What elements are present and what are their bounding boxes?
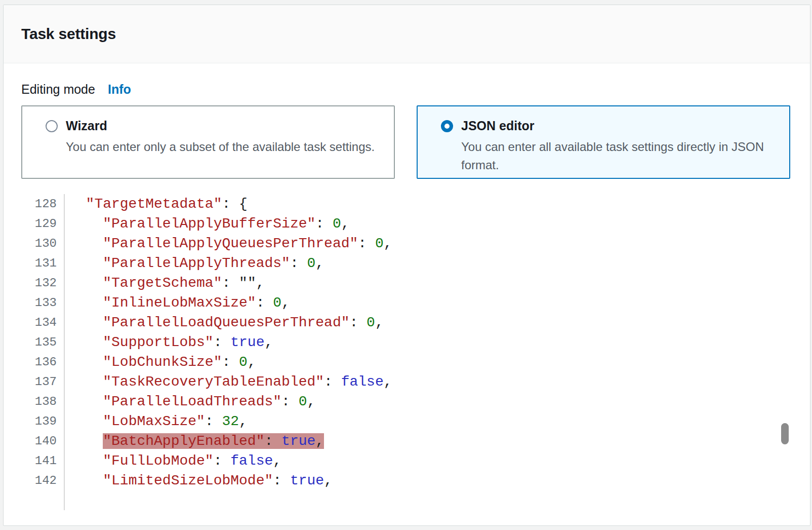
- token-pun: :: [358, 236, 375, 251]
- code-line[interactable]: 132 "TargetSchema": "",: [21, 273, 792, 293]
- code-text: "FullLobMode": false,: [65, 451, 281, 471]
- code-line[interactable]: 137 "TaskRecoveryTableEnabled": false,: [21, 372, 792, 392]
- editing-mode-tiles: Wizard You can enter only a subset of th…: [21, 105, 792, 179]
- token-pun: :: [214, 453, 231, 469]
- token-key: "ParallelLoadQueuesPerThread": [103, 315, 349, 330]
- token-pun: ,: [273, 453, 281, 469]
- line-number: [21, 490, 65, 510]
- code-line[interactable]: [21, 490, 792, 510]
- tile-json-editor[interactable]: JSON editor You can enter all available …: [417, 105, 790, 179]
- token-key: "FullLobMode": [103, 453, 213, 469]
- code-text: [65, 490, 69, 510]
- token-bool: true: [230, 334, 264, 350]
- code-text: "TargetSchema": "",: [65, 273, 265, 293]
- code-line[interactable]: 136 "LobChunkSize": 0,: [21, 352, 792, 372]
- code-line[interactable]: 130 "ParallelApplyQueuesPerThread": 0,: [21, 234, 792, 253]
- line-number: 135: [21, 332, 65, 352]
- token-num: 0: [367, 315, 375, 330]
- code-line[interactable]: 135 "SupportLobs": true,: [21, 332, 792, 352]
- token-pun: :: [205, 413, 222, 429]
- token-pun: ,: [239, 413, 248, 429]
- code-line[interactable]: 131 "ParallelApplyThreads": 0,: [21, 253, 792, 273]
- token-key: "LobChunkSize": [103, 354, 222, 370]
- line-number: 134: [21, 313, 65, 332]
- json-code-editor[interactable]: 128 "TargetMetadata": {129 "ParallelAppl…: [21, 194, 792, 510]
- token-pun: ,: [384, 374, 392, 390]
- tile-json-editor-top: JSON editor: [441, 119, 784, 133]
- token-pun: ,: [248, 354, 256, 370]
- code-text: "TaskRecoveryTableEnabled": false,: [65, 372, 392, 392]
- code-line[interactable]: 139 "LobMaxSize": 32,: [21, 411, 792, 431]
- token-pun: :: [290, 255, 307, 271]
- token-key: "InlineLobMaxSize": [103, 295, 256, 311]
- line-number: 138: [21, 392, 65, 411]
- code-text: "ParallelLoadThreads": 0,: [65, 392, 315, 411]
- token-key: "TargetSchema": [103, 275, 222, 291]
- panel-header: Task settings: [4, 5, 810, 63]
- radio-selected-icon[interactable]: [441, 120, 453, 132]
- panel-body: Editing mode Info Wizard You can enter o…: [4, 82, 810, 510]
- code-line[interactable]: 134 "ParallelLoadQueuesPerThread": 0,: [21, 313, 792, 332]
- line-number: 141: [21, 451, 65, 471]
- token-bool: true: [281, 433, 315, 449]
- code-text: "BatchApplyEnabled": true,: [65, 431, 324, 451]
- token-pun: :: [324, 374, 341, 390]
- code-line[interactable]: 128 "TargetMetadata": {: [21, 194, 792, 214]
- page: Task settings Editing mode Info Wizard Y…: [0, 0, 812, 530]
- token-num: 0: [333, 216, 341, 232]
- token-key: "LimitedSizeLobMode": [103, 473, 273, 488]
- token-pun: :: [273, 473, 290, 488]
- token-num: 0: [307, 255, 316, 271]
- line-number: 140: [21, 431, 65, 451]
- token-key: "TargetMetadata": [86, 196, 222, 212]
- line-number: 129: [21, 214, 65, 234]
- line-number: 142: [21, 471, 65, 490]
- token-num: 0: [273, 295, 281, 311]
- code-text: "InlineLobMaxSize": 0,: [65, 293, 290, 313]
- token-key: "SupportLobs": [103, 334, 213, 350]
- token-pun: :: [350, 315, 367, 330]
- token-num: 0: [239, 354, 248, 370]
- token-key: "ParallelApplyThreads": [103, 255, 290, 271]
- line-number: 137: [21, 372, 65, 392]
- tile-wizard-label: Wizard: [66, 119, 107, 133]
- token-pun: :: [315, 216, 333, 232]
- token-pun: :: [264, 433, 281, 449]
- token-pun: :: [214, 334, 231, 350]
- editing-mode-row: Editing mode Info: [21, 82, 792, 97]
- info-link[interactable]: Info: [108, 82, 131, 97]
- code-line[interactable]: 140 "BatchApplyEnabled": true,: [21, 431, 792, 451]
- token-bool: false: [341, 374, 384, 390]
- tile-wizard[interactable]: Wizard You can enter only a subset of th…: [21, 105, 395, 179]
- line-number: 130: [21, 234, 65, 253]
- code-line[interactable]: 138 "ParallelLoadThreads": 0,: [21, 392, 792, 411]
- token-pun: :: [222, 275, 239, 291]
- code-text: "ParallelApplyQueuesPerThread": 0,: [65, 234, 392, 253]
- code-text: "TargetMetadata": {: [65, 194, 248, 214]
- code-line[interactable]: 129 "ParallelApplyBufferSize": 0,: [21, 214, 792, 234]
- code-line[interactable]: 142 "LimitedSizeLobMode": true,: [21, 471, 792, 490]
- code-lines: 128 "TargetMetadata": {129 "ParallelAppl…: [21, 194, 792, 510]
- line-number: 139: [21, 411, 65, 431]
- search-highlight: "BatchApplyEnabled": true,: [103, 433, 324, 449]
- token-val: "": [239, 275, 256, 291]
- code-text: "LobMaxSize": 32,: [65, 411, 248, 431]
- line-number: 128: [21, 194, 65, 214]
- tile-json-editor-label: JSON editor: [461, 119, 534, 133]
- scrollbar-thumb[interactable]: [781, 423, 789, 444]
- token-bool: true: [290, 473, 324, 488]
- radio-unselected-icon[interactable]: [46, 120, 58, 132]
- token-pun: :: [222, 354, 239, 370]
- tile-wizard-top: Wizard: [46, 119, 389, 133]
- token-pun: : {: [222, 196, 247, 212]
- tile-json-editor-description: You can enter all available task setting…: [461, 138, 784, 174]
- line-number: 132: [21, 273, 65, 293]
- code-text: "ParallelLoadQueuesPerThread": 0,: [65, 313, 384, 332]
- token-bool: false: [230, 453, 273, 469]
- token-num: 0: [299, 394, 307, 409]
- code-line[interactable]: 133 "InlineLobMaxSize": 0,: [21, 293, 792, 313]
- code-text: "ParallelApplyBufferSize": 0,: [65, 214, 350, 234]
- code-line[interactable]: 141 "FullLobMode": false,: [21, 451, 792, 471]
- token-pun: ,: [315, 433, 324, 449]
- token-key: "TaskRecoveryTableEnabled": [103, 374, 324, 390]
